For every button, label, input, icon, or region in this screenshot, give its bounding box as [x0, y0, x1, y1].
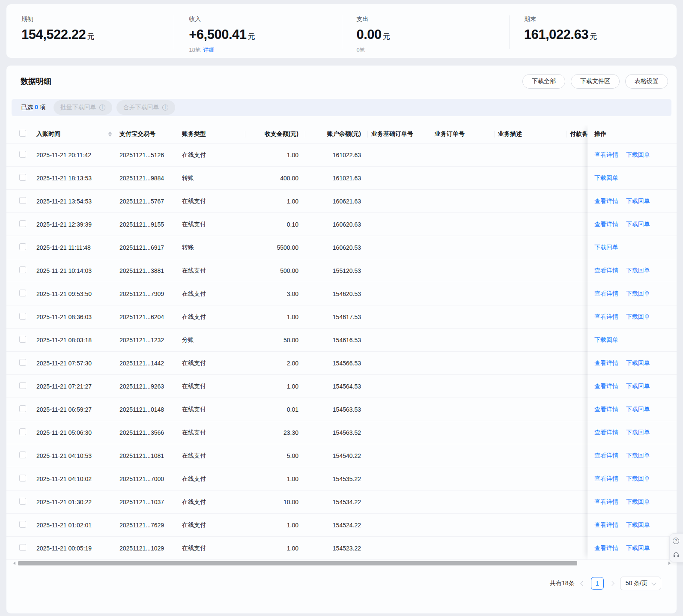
cell-balance: 155120.53 [305, 267, 368, 274]
view-details-link[interactable]: 查看详情 [594, 452, 618, 460]
merge-download-receipt-button[interactable]: 合并下载回单i [116, 100, 175, 115]
download-receipt-link[interactable]: 下载回单 [626, 406, 650, 413]
download-receipt-link[interactable]: 下载回单 [594, 244, 618, 251]
row-checkbox[interactable] [19, 151, 26, 158]
view-details-link[interactable]: 查看详情 [594, 290, 618, 298]
view-details-link[interactable]: 查看详情 [594, 313, 618, 321]
row-checkbox[interactable] [19, 243, 26, 250]
view-details-link[interactable]: 查看详情 [594, 151, 618, 159]
cell-time: 2025-11-21 20:11:42 [36, 152, 119, 158]
row-checkbox[interactable] [19, 220, 26, 227]
download-receipt-link[interactable]: 下载回单 [626, 475, 650, 483]
table-row: 2025-11-21 08:03:1820251121...1232分账50.0… [6, 329, 677, 352]
horizontal-scrollbar[interactable] [6, 560, 677, 566]
row-actions: 查看详情下载回单 [588, 144, 677, 167]
row-checkbox[interactable] [19, 174, 26, 181]
download-receipt-link[interactable]: 下载回单 [626, 429, 650, 437]
download-receipt-link[interactable]: 下载回单 [626, 221, 650, 228]
download-receipt-link[interactable]: 下载回单 [594, 174, 618, 182]
selection-bar: 已选0项 批量下载回单i 合并下载回单i [12, 99, 671, 116]
question-icon[interactable]: ? [673, 538, 679, 544]
headset-icon[interactable] [673, 551, 680, 558]
column-header-label: 业务订单号 [435, 130, 465, 137]
download-receipt-link[interactable]: 下载回单 [626, 452, 650, 460]
page-number-button[interactable]: 1 [591, 577, 604, 590]
row-checkbox[interactable] [19, 290, 26, 296]
view-details-link[interactable]: 查看详情 [594, 383, 618, 390]
download-receipt-link[interactable]: 下载回单 [626, 267, 650, 275]
row-checkbox[interactable] [19, 197, 26, 204]
table-row: 2025-11-21 18:13:5320251121...9884转账400.… [6, 167, 677, 190]
row-checkbox[interactable] [19, 382, 26, 389]
view-details-link[interactable]: 查看详情 [594, 267, 618, 275]
row-actions: 查看详情下载回单 [588, 375, 677, 398]
view-details-link[interactable]: 查看详情 [594, 521, 618, 529]
cell-time: 2025-11-21 08:36:03 [36, 314, 119, 320]
sort-icon[interactable] [108, 132, 112, 137]
download-receipt-link[interactable]: 下载回单 [626, 151, 650, 159]
cell-balance: 154523.22 [305, 545, 368, 552]
cell-balance: 154563.52 [305, 429, 368, 436]
chevron-left-icon[interactable] [580, 581, 585, 586]
row-checkbox[interactable] [19, 452, 26, 458]
view-details-link[interactable]: 查看详情 [594, 498, 618, 506]
row-actions: 查看详情下载回单 [588, 259, 677, 282]
cell-type: 转账 [182, 174, 245, 182]
scroll-left-arrow-icon[interactable] [13, 562, 15, 565]
view-details-link[interactable]: 查看详情 [594, 406, 618, 413]
table-row: 2025-11-21 05:06:3020251121...3566在线支付23… [6, 421, 677, 444]
cell-amount: 10.00 [245, 499, 305, 505]
download-receipt-link[interactable]: 下载回单 [626, 383, 650, 390]
row-actions: 查看详情下载回单 [588, 490, 677, 514]
summary-sub: 18笔详细 [189, 46, 341, 54]
view-details-link[interactable]: 查看详情 [594, 429, 618, 437]
scroll-right-arrow-icon[interactable] [668, 562, 671, 565]
table-row: 2025-11-21 08:36:0320251121...6204在线支付1.… [6, 305, 677, 329]
row-checkbox[interactable] [19, 475, 26, 481]
row-checkbox[interactable] [19, 313, 26, 320]
download-receipt-link[interactable]: 下载回单 [626, 290, 650, 298]
download-all-button[interactable]: 下载全部 [522, 74, 565, 89]
download-receipt-link[interactable]: 下载回单 [626, 544, 650, 552]
download-receipt-link[interactable]: 下载回单 [626, 197, 650, 205]
download-receipt-link[interactable]: 下载回单 [626, 359, 650, 367]
cell-type: 在线支付 [182, 290, 245, 298]
view-details-link[interactable]: 查看详情 [594, 359, 618, 367]
row-checkbox[interactable] [19, 544, 26, 551]
cell-type: 在线支付 [182, 544, 245, 552]
row-checkbox[interactable] [19, 336, 26, 343]
page-title: 数据明细 [21, 76, 51, 87]
cell-type: 在线支付 [182, 221, 245, 228]
select-all-checkbox[interactable] [19, 130, 26, 137]
chevron-right-icon[interactable] [609, 581, 614, 586]
cell-time: 2025-11-21 06:59:27 [36, 406, 119, 413]
income-detail-link[interactable]: 详细 [203, 47, 215, 53]
cell-amount: 23.30 [245, 429, 305, 436]
row-checkbox[interactable] [19, 405, 26, 412]
download-receipt-link[interactable]: 下载回单 [626, 498, 650, 506]
table-row: 2025-11-21 06:59:2720251121...0148在线支付0.… [6, 398, 677, 421]
download-receipt-link[interactable]: 下载回单 [626, 521, 650, 529]
column-header-label: 入账时间 [36, 130, 60, 138]
table-settings-button[interactable]: 表格设置 [625, 74, 668, 89]
cell-amount: 5.00 [245, 452, 305, 459]
download-receipt-link[interactable]: 下载回单 [594, 336, 618, 344]
row-actions: 查看详情下载回单 [588, 421, 677, 444]
cell-txn: 20251121...9884 [119, 175, 182, 182]
view-details-link[interactable]: 查看详情 [594, 475, 618, 483]
batch-download-receipt-button[interactable]: 批量下载回单i [54, 100, 112, 115]
download-file-area-button[interactable]: 下载文件区 [571, 74, 620, 89]
row-checkbox[interactable] [19, 266, 26, 273]
column-header-label: 账户余额(元) [327, 130, 361, 137]
view-details-link[interactable]: 查看详情 [594, 544, 618, 552]
page-size-select[interactable]: 50 条/页 [620, 577, 661, 590]
row-checkbox[interactable] [19, 428, 26, 435]
row-checkbox[interactable] [19, 521, 26, 528]
view-details-link[interactable]: 查看详情 [594, 221, 618, 228]
view-details-link[interactable]: 查看详情 [594, 197, 618, 205]
row-checkbox[interactable] [19, 498, 26, 505]
scrollbar-thumb[interactable] [18, 561, 577, 565]
cell-txn: 20251121...3881 [119, 267, 182, 274]
row-checkbox[interactable] [19, 359, 26, 366]
download-receipt-link[interactable]: 下载回单 [626, 313, 650, 321]
